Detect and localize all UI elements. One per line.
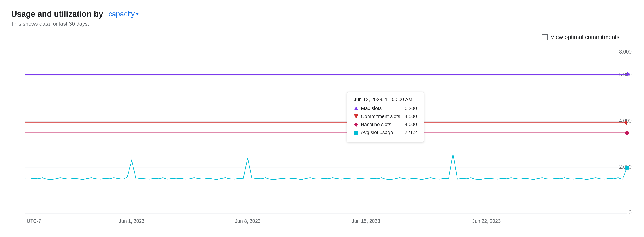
svg-text:8,000: 8,000	[619, 49, 632, 55]
view-optimal-checkbox-label[interactable]: View optimal commitments	[542, 34, 620, 40]
svg-marker-23	[354, 106, 358, 110]
dropdown-label: capacity	[108, 10, 134, 18]
commitment-slots-label: Commitment slots	[361, 114, 400, 120]
svg-text:UTC-7: UTC-7	[27, 218, 41, 224]
view-optimal-label: View optimal commitments	[550, 34, 620, 40]
svg-text:Jun 1, 2023: Jun 1, 2023	[119, 218, 144, 224]
diamond-icon	[354, 122, 358, 127]
chart-wrapper: 8,000 6,000 4,000 2,000 0 UTC-7 Jun 1, 2…	[11, 45, 633, 232]
view-optimal-checkbox[interactable]	[542, 34, 548, 40]
top-controls: View optimal commitments	[11, 34, 633, 40]
svg-text:0: 0	[629, 209, 632, 215]
svg-marker-21	[624, 130, 630, 135]
baseline-slots-value: 4,000	[404, 122, 417, 128]
svg-marker-24	[354, 114, 358, 118]
svg-text:Jun 8, 2023: Jun 8, 2023	[235, 218, 261, 224]
max-slots-label: Max slots	[361, 106, 382, 111]
triangle-down-icon	[354, 114, 358, 119]
header: Usage and utilization by capacity ▾	[11, 9, 633, 19]
tooltip-legend-commitment-slots: Commitment slots	[354, 114, 400, 120]
tooltip-row-commitment-slots: Commitment slots 4,500	[354, 114, 417, 120]
capacity-dropdown[interactable]: capacity ▾	[107, 9, 140, 19]
baseline-slots-label: Baseline slots	[361, 122, 391, 128]
max-slots-value: 6,200	[404, 106, 417, 111]
page-title: Usage and utilization by	[11, 9, 103, 19]
svg-marker-25	[354, 122, 358, 127]
svg-text:Jun 22, 2023: Jun 22, 2023	[472, 218, 500, 224]
svg-rect-26	[354, 130, 358, 134]
svg-text:Jun 15, 2023: Jun 15, 2023	[352, 218, 380, 224]
tooltip-legend-avg-slot-usage: Avg slot usage	[354, 130, 393, 136]
square-icon	[354, 130, 358, 135]
tooltip: Jun 12, 2023, 11:00:00 AM Max slots 6,20…	[347, 92, 424, 142]
tooltip-row-avg-slot-usage: Avg slot usage 1,721.2	[354, 130, 417, 136]
avg-slot-usage-label: Avg slot usage	[361, 130, 393, 136]
chart-svg: 8,000 6,000 4,000 2,000 0 UTC-7 Jun 1, 2…	[11, 45, 633, 232]
svg-rect-22	[625, 166, 629, 170]
triangle-up-icon	[354, 106, 358, 111]
tooltip-row-baseline-slots: Baseline slots 4,000	[354, 122, 417, 128]
chevron-down-icon: ▾	[136, 11, 138, 17]
tooltip-legend-max-slots: Max slots	[354, 106, 382, 111]
commitment-slots-value: 4,500	[404, 114, 417, 120]
tooltip-row-max-slots: Max slots 6,200	[354, 106, 417, 111]
page-container: Usage and utilization by capacity ▾ This…	[0, 0, 644, 237]
tooltip-time: Jun 12, 2023, 11:00:00 AM	[354, 97, 417, 102]
chart-area: View optimal commitments 8,000 6,000 4,0…	[11, 34, 633, 232]
subtitle: This shows data for last 30 days.	[11, 21, 633, 27]
tooltip-legend-baseline-slots: Baseline slots	[354, 122, 391, 128]
avg-slot-usage-value: 1,721.2	[400, 130, 417, 136]
